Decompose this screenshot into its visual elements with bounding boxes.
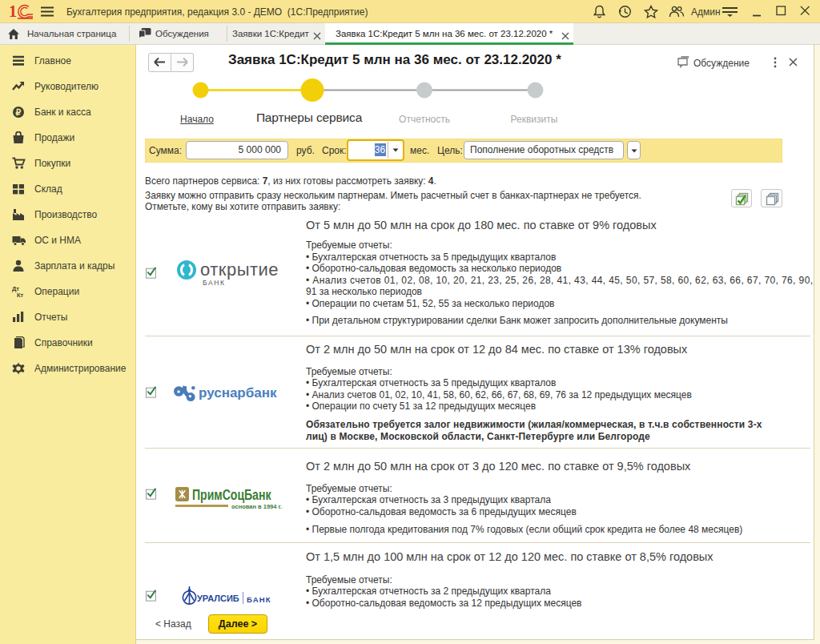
- svg-text:₽: ₽: [16, 107, 22, 117]
- svg-text:1: 1: [9, 3, 17, 20]
- svg-text:Кт: Кт: [17, 292, 24, 298]
